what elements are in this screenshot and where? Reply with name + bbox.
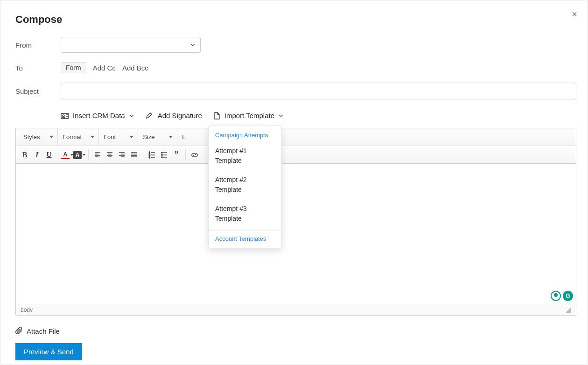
italic-button[interactable]: I <box>31 149 43 161</box>
pen-icon <box>146 112 154 119</box>
svg-point-1 <box>63 115 64 117</box>
from-label: From <box>15 41 61 49</box>
add-bcc-button[interactable]: Add Bcc <box>122 64 148 72</box>
to-row: To Form Add Cc Add Bcc <box>15 62 576 73</box>
insert-crm-label: Insert CRM Data <box>73 112 125 119</box>
add-signature-label: Add Signature <box>158 112 202 119</box>
unordered-list-button[interactable] <box>158 149 170 161</box>
file-icon <box>213 112 221 119</box>
add-signature-button[interactable]: Add Signature <box>146 109 202 122</box>
underline-button[interactable]: U <box>43 149 55 161</box>
to-label: To <box>15 64 61 72</box>
preview-send-button[interactable]: Preview & Send <box>15 343 82 360</box>
format-dropdown[interactable]: Format <box>58 128 99 146</box>
separator <box>185 149 186 161</box>
blockquote-button[interactable]: ” <box>170 149 182 161</box>
svg-point-5 <box>161 152 162 153</box>
from-row: From <box>15 37 576 53</box>
caret-icon <box>50 136 53 138</box>
import-template-menu: Campaign Attempts Attempt #1 Template At… <box>208 126 282 248</box>
chevron-down-icon <box>190 42 196 48</box>
page-title: Compose <box>15 14 576 26</box>
editor-toolbar-row-2: B I U A A 123 <box>16 146 576 164</box>
compose-panel: × Compose From To Form Add Cc Add Bcc Su… <box>0 0 588 365</box>
template-menu-header[interactable]: Campaign Attempts <box>209 129 281 141</box>
rich-text-editor: Styles Format Font Size L B I U A A <box>15 128 576 316</box>
line-dropdown[interactable]: L <box>177 128 191 146</box>
caret-icon <box>130 136 133 138</box>
align-left-button[interactable] <box>91 149 104 161</box>
insert-crm-button[interactable]: Insert CRM Data <box>61 109 134 122</box>
bg-color-button[interactable]: A <box>73 149 85 161</box>
subject-input[interactable] <box>61 83 576 99</box>
editor-status-bar: body <box>16 304 576 315</box>
editor-toolbar-row-1: Styles Format Font Size L <box>16 128 576 146</box>
separator <box>88 149 89 161</box>
close-icon[interactable]: × <box>572 9 577 20</box>
svg-text:3: 3 <box>149 156 150 159</box>
to-chip[interactable]: Form <box>61 62 86 73</box>
hint-icon[interactable] <box>551 291 561 301</box>
separator <box>143 149 143 161</box>
link-button[interactable] <box>189 149 201 161</box>
editor-body[interactable]: G <box>16 164 576 304</box>
separator <box>58 149 58 161</box>
chevron-down-icon <box>278 113 284 119</box>
template-menu-item[interactable]: Attempt #2 Template <box>209 170 281 199</box>
editor-path: body <box>21 307 33 313</box>
import-template-button[interactable]: Import Template <box>213 109 284 122</box>
size-dropdown[interactable]: Size <box>138 128 177 146</box>
subject-row: Subject <box>15 83 576 99</box>
chevron-down-icon <box>129 113 134 119</box>
from-select[interactable] <box>61 37 201 53</box>
text-color-button[interactable]: A <box>61 149 73 161</box>
font-dropdown[interactable]: Font <box>99 128 138 146</box>
compose-actions-bar: Insert CRM Data Add Signature Import Tem… <box>61 109 576 122</box>
attach-file-button[interactable]: Attach File <box>15 327 576 336</box>
align-center-button[interactable] <box>104 149 116 161</box>
template-menu-item[interactable]: Attempt #1 Template <box>209 141 281 170</box>
caret-icon <box>91 136 94 138</box>
paperclip-icon <box>15 327 23 336</box>
template-menu-item[interactable]: Attempt #3 Template <box>209 199 281 228</box>
template-menu-footer[interactable]: Account Templates <box>209 232 281 245</box>
subject-label: Subject <box>15 87 61 95</box>
caret-icon <box>169 136 172 138</box>
bold-button[interactable]: B <box>19 149 31 161</box>
caret-icon <box>83 154 85 156</box>
align-justify-button[interactable] <box>128 149 140 161</box>
import-template-label: Import Template <box>224 112 274 119</box>
attach-file-label: Attach File <box>27 327 60 335</box>
assistant-badges: G <box>551 291 573 301</box>
svg-point-6 <box>161 154 162 155</box>
styles-dropdown[interactable]: Styles <box>19 128 58 146</box>
svg-point-7 <box>161 156 162 157</box>
add-cc-button[interactable]: Add Cc <box>93 64 116 72</box>
id-card-icon <box>61 112 69 119</box>
grammarly-icon[interactable]: G <box>563 291 573 301</box>
ordered-list-button[interactable]: 123 <box>146 149 158 161</box>
align-right-button[interactable] <box>116 149 128 161</box>
divider <box>209 230 281 231</box>
resize-handle-icon[interactable] <box>566 307 571 313</box>
